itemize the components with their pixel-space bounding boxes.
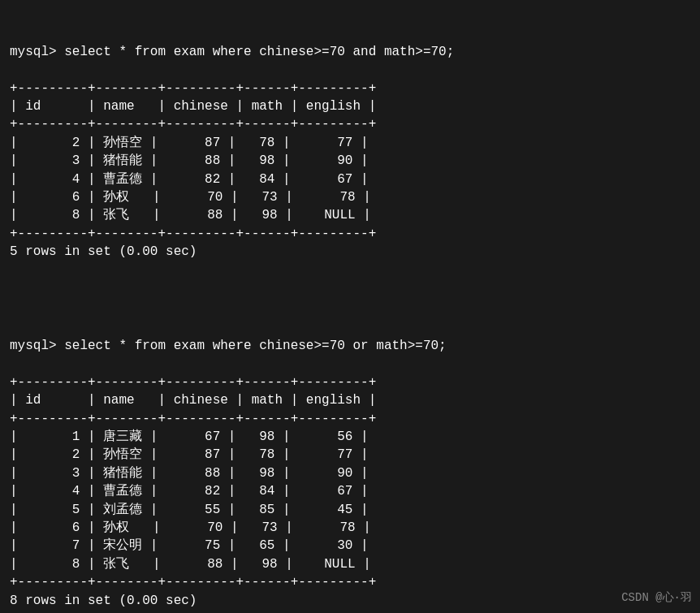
query1-sep1: +---------+--------+---------+------+---… <box>10 81 376 241</box>
query2-table: +---------+--------+---------+------+---… <box>10 375 376 589</box>
query2-prompt: mysql> select * from exam where chinese>… <box>10 339 447 353</box>
query1-section: mysql> select * from exam where chinese>… <box>10 24 690 261</box>
terminal-content: mysql> select * from exam where chinese>… <box>10 6 690 613</box>
query1-rowcount: 5 rows in set (0.00 sec) <box>10 244 197 259</box>
query1-prompt: mysql> select * from exam where chinese>… <box>10 45 454 59</box>
query2-rowcount: 8 rows in set (0.00 sec) <box>10 594 197 608</box>
query2-section: mysql> select * from exam where chinese>… <box>10 300 690 610</box>
watermark: CSDN @心·羽 <box>621 590 692 605</box>
